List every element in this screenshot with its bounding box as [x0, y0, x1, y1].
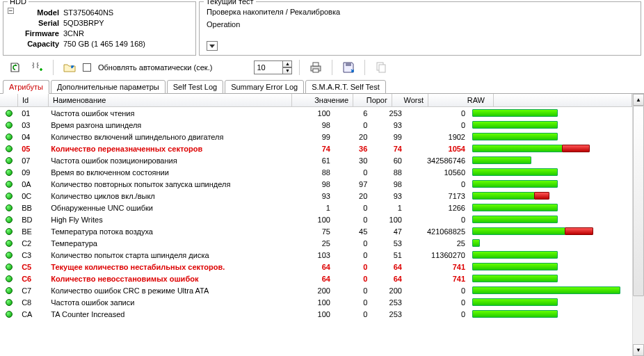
table-row[interactable]: 01Частота ошибок чтения10062530: [0, 107, 632, 119]
bar-green: [472, 310, 558, 318]
value-cell: 25: [276, 239, 335, 248]
table-row[interactable]: 04Количество включений шпиндельного двиг…: [0, 131, 632, 143]
table-row[interactable]: BDHigh Fly Writes10001000: [0, 213, 632, 225]
name-cell: Количество ошибок CRC в режиме Ultra ATA: [47, 286, 276, 295]
col-threshold[interactable]: Порог: [353, 94, 392, 106]
worst-cell: 100: [371, 216, 406, 224]
scroll-track[interactable]: [633, 106, 644, 344]
table-row[interactable]: C2Температура2505325: [0, 237, 632, 249]
bar-red: [534, 192, 549, 200]
id-cell: CA: [17, 310, 47, 318]
open-folder-button[interactable]: [61, 58, 79, 76]
separator: [299, 60, 300, 75]
refresh-icon: [8, 60, 22, 74]
col-id[interactable]: Id: [18, 94, 49, 106]
interval-input[interactable]: [254, 60, 283, 74]
table-row[interactable]: 09Время во включенном состоянии880881056…: [0, 166, 632, 178]
print-button[interactable]: [307, 58, 325, 76]
table-row[interactable]: BBОбнаруженные UNC ошибки1011266: [0, 202, 632, 213]
raw-cell: 0: [406, 216, 468, 224]
current-test-group: Текущий тест Проверка накопителя / Рекал…: [199, 1, 641, 56]
scroll-down-button[interactable]: ▼: [633, 344, 644, 356]
collapse-button[interactable]: −: [8, 8, 14, 14]
auto-update-label: Обновлять автоматически (сек.): [98, 63, 212, 72]
tab-bar: Атрибуты Дополнительные параметры Self T…: [0, 79, 644, 94]
bar-green: [472, 145, 563, 152]
table-row[interactable]: C6Количество невосстановимых ошибок64064…: [0, 273, 632, 284]
firmware-value: 3CNR: [63, 29, 84, 39]
save-button[interactable]: [339, 58, 357, 76]
value-cell: 200: [276, 286, 335, 295]
raw-cell: 741: [406, 275, 468, 283]
raw-cell: 1266: [406, 204, 468, 212]
name-cell: Количество циклов вкл./выкл: [47, 192, 276, 200]
serial-value: 5QD3BRPY: [63, 18, 104, 29]
table-row[interactable]: BEТемпература потока воздуха754547421068…: [0, 225, 632, 237]
scroll-thumb[interactable]: [633, 106, 644, 296]
table-row[interactable]: 03Время разгона шпинделя980930: [0, 119, 632, 131]
table-row[interactable]: C8Частота ошибок записи10002530: [0, 296, 632, 308]
auto-update-checkbox[interactable]: [83, 63, 91, 72]
value-cell: 100: [276, 310, 335, 318]
col-status[interactable]: [0, 94, 18, 106]
col-worst[interactable]: Worst: [392, 94, 428, 106]
bar-cell: [468, 144, 632, 153]
table-row[interactable]: C7Количество ошибок CRC в режиме Ultra A…: [0, 284, 632, 296]
bar-cell: [468, 227, 632, 236]
raw-cell: 741: [406, 263, 468, 271]
table-row[interactable]: 05Количество переназначенных секторов743…: [0, 143, 632, 154]
raw-cell: 0: [406, 286, 468, 295]
status-cell: [0, 240, 17, 247]
tab-attributes[interactable]: Атрибуты: [3, 80, 49, 94]
tab-smart-self-test[interactable]: S.M.A.R.T. Self Test: [305, 80, 386, 94]
status-cell: [0, 145, 17, 152]
table-row[interactable]: CATA Counter Increased10002530: [0, 308, 632, 320]
col-raw[interactable]: RAW: [428, 94, 494, 106]
col-bar[interactable]: [494, 94, 632, 106]
status-cell: [0, 275, 17, 282]
table-row[interactable]: 0AКоличество повторных попыток запуска ш…: [0, 178, 632, 190]
id-cell: 09: [17, 168, 47, 177]
threshold-cell: 36: [335, 145, 371, 153]
worst-cell: 60: [371, 156, 406, 165]
bar-cell: [468, 179, 632, 188]
table-row[interactable]: 0CКоличество циклов вкл./выкл9320937173: [0, 190, 632, 202]
tab-additional-params[interactable]: Дополнительные параметры: [51, 80, 166, 94]
spin-down-button[interactable]: ▼: [282, 67, 292, 74]
col-value[interactable]: Значение: [292, 94, 353, 106]
value-cell: 88: [276, 168, 335, 177]
spin-up-button[interactable]: ▲: [282, 60, 292, 67]
status-cell: [0, 252, 17, 259]
add-script-button[interactable]: [28, 58, 46, 76]
table-row[interactable]: 07Частота ошибок позиционирования6130603…: [0, 154, 632, 166]
bar-green: [472, 275, 558, 282]
value-cell: 103: [276, 251, 335, 259]
value-cell: 98: [276, 180, 335, 188]
worst-cell: 99: [371, 133, 406, 141]
value-cell: 100: [276, 298, 335, 307]
firmware-label: Firmware: [22, 29, 63, 39]
serial-label: Serial: [22, 18, 63, 29]
status-dot-icon: [6, 204, 13, 211]
vertical-scrollbar[interactable]: ▲ ▼: [632, 94, 644, 356]
table-row[interactable]: C3Количество попыток старта шпинделя дис…: [0, 249, 632, 261]
status-dot-icon: [6, 169, 13, 176]
refresh-button[interactable]: [6, 58, 24, 76]
threshold-cell: 30: [335, 156, 371, 165]
id-cell: C3: [17, 251, 47, 259]
operation-dropdown[interactable]: [207, 41, 218, 51]
raw-cell: 421068825: [406, 227, 468, 236]
table-row[interactable]: C5Текущее количество нестабильных сектор…: [0, 261, 632, 273]
bar-cell: [468, 215, 632, 224]
bar-green: [472, 156, 531, 164]
id-cell: 03: [17, 121, 47, 129]
scroll-up-button[interactable]: ▲: [633, 94, 644, 106]
tab-summary-error-log[interactable]: Summary Error Log: [225, 80, 304, 94]
id-cell: C7: [17, 286, 47, 295]
copy-button[interactable]: [372, 58, 390, 76]
tab-self-test-log[interactable]: Self Test Log: [167, 80, 223, 94]
id-cell: C5: [17, 263, 47, 271]
col-name[interactable]: Наименование: [49, 94, 292, 106]
worst-cell: 93: [371, 121, 406, 129]
status-dot-icon: [6, 157, 13, 164]
